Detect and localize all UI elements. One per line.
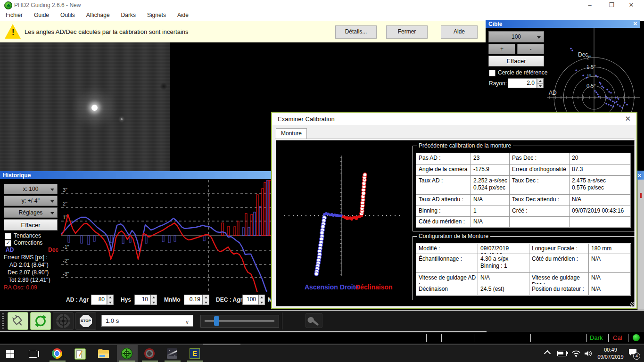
menu-item-guide[interactable]: Guide <box>28 10 55 18</box>
history-settings-dropdown[interactable]: Réglages <box>4 207 58 218</box>
windows-logo-icon <box>6 350 14 358</box>
camera-image <box>0 42 170 172</box>
toolbar-grip[interactable] <box>2 313 4 329</box>
menu-item-outils[interactable]: Outils <box>55 10 81 18</box>
resize-grip[interactable] <box>630 302 635 307</box>
loop-exposures-button[interactable] <box>30 312 51 330</box>
menu-item-darks[interactable]: Darks <box>116 10 141 18</box>
guide-star[interactable] <box>91 105 98 111</box>
rms-dec: Dec 2.07 (8.90'') <box>8 269 49 276</box>
history-pane-titlebar[interactable]: Historique <box>0 171 271 179</box>
ad-agr-input[interactable]: 80 <box>91 295 107 305</box>
rms-ad: AD 2.01 (8.64'') <box>9 262 49 268</box>
svg-text:1": 1" <box>586 74 591 79</box>
svg-text:1.5": 1.5" <box>586 64 595 70</box>
table-cell: N/A <box>471 217 510 228</box>
wrench-icon <box>306 313 322 328</box>
hys-label: Hys <box>121 296 131 303</box>
menu-item-aide[interactable]: Aide <box>172 10 194 18</box>
dec-agr-spinner[interactable] <box>258 295 265 305</box>
tab-monture[interactable]: Monture <box>276 128 307 139</box>
table-cell: -175.9 <box>471 165 510 176</box>
eqmod-icon: E <box>190 348 200 359</box>
target-pane-titlebar[interactable]: Cible <box>486 20 640 28</box>
chevron-down-icon: ∨ <box>185 319 189 325</box>
connect-equipment-button[interactable] <box>8 312 28 330</box>
calibration-plot <box>277 141 409 304</box>
camera-settings-button[interactable] <box>305 313 322 328</box>
explorer-folder-icon <box>98 349 109 358</box>
table-cell: N/A <box>570 195 631 206</box>
guide-button[interactable] <box>53 312 74 330</box>
taskbar-stellarium[interactable] <box>162 345 183 362</box>
hys-spinner[interactable] <box>150 295 157 305</box>
taskbar-notepad[interactable] <box>70 345 91 362</box>
dialog-close-icon[interactable]: ✕ <box>625 115 631 123</box>
taskbar-chrome[interactable] <box>47 345 68 362</box>
table-cell: Côté du méridien : <box>416 217 471 228</box>
main-toolbar: STOP 1.0 s∨ <box>0 310 644 332</box>
corrections-checkbox[interactable]: ✓ <box>5 240 11 247</box>
tray-chevron-icon[interactable] <box>545 351 550 362</box>
status-bar: Dark Cal <box>0 332 644 344</box>
history-yscale-dropdown[interactable]: y: +/-4'' <box>4 196 58 206</box>
table-cell: Taux Dec : <box>510 176 570 195</box>
speaker-icon[interactable] <box>584 350 593 362</box>
sharpcap-icon <box>144 348 155 359</box>
start-button[interactable] <box>0 345 21 362</box>
exposure-select[interactable]: 1.0 s∨ <box>101 315 193 327</box>
table-cell: N/A <box>589 254 631 273</box>
table-cell: Position du rotateur : <box>529 284 589 296</box>
taskbar-eqmod[interactable]: E <box>185 345 206 362</box>
restore-button[interactable]: ❐ <box>603 0 619 10</box>
menu-item-affichage[interactable]: Affichage <box>81 10 116 18</box>
target-pane-close-icon[interactable]: ✕ <box>633 21 637 27</box>
window-titlebar: PHD2 Guiding 2.6.6 - New – ❐ ✕ <box>0 0 644 10</box>
mnmo-spinner[interactable] <box>203 295 209 305</box>
menu-item-signets[interactable]: Signets <box>141 10 172 18</box>
history-clear-button[interactable]: Effacer <box>4 219 58 230</box>
task-view-button[interactable] <box>23 345 43 362</box>
hys-input[interactable]: 10 <box>134 295 150 305</box>
legend-ra: Ascension Droite <box>305 283 359 291</box>
calibration-review-dialog: Examiner Calibration ✕ Monture Ascension… <box>271 112 637 309</box>
dialog-titlebar[interactable]: Examiner Calibration ✕ <box>272 113 636 125</box>
ad-series-label[interactable]: AD <box>6 247 14 253</box>
taskbar-phd2[interactable] <box>117 345 138 362</box>
close-alert-button[interactable]: Fermer <box>386 25 428 39</box>
mnmo-label: MnMo <box>164 296 181 303</box>
stop-button[interactable]: STOP <box>75 312 96 330</box>
close-button[interactable]: ✕ <box>623 0 639 10</box>
table-cell: 4.30 a-s/px Binning : 1 <box>478 254 529 273</box>
slider-thumb[interactable] <box>214 316 219 326</box>
battery-icon[interactable] <box>557 351 567 362</box>
wifi-icon[interactable] <box>571 350 581 362</box>
help-button[interactable]: Aide <box>441 25 478 39</box>
gamma-slider[interactable] <box>200 315 279 328</box>
dialog-title: Examiner Calibration <box>278 115 335 123</box>
details-button[interactable]: Détails... <box>335 25 377 39</box>
dec-agr-input[interactable]: 100 <box>242 295 258 305</box>
taskbar-sharpcap[interactable] <box>140 345 160 362</box>
ad-agr-spinner[interactable] <box>107 295 114 305</box>
alert-text: Les angles AD/Dec calculés par la calibr… <box>25 28 189 35</box>
minimize-button[interactable]: – <box>582 0 598 10</box>
table-row: Taux AD attendu :N/ATaux Dec attendu :N/… <box>416 195 631 206</box>
table-cell <box>510 217 570 228</box>
connection-led <box>633 334 640 341</box>
trends-checkbox[interactable] <box>5 233 11 239</box>
taskbar-explorer[interactable] <box>93 345 114 362</box>
notification-center-icon[interactable]: 4 <box>629 349 636 362</box>
table-row: Pas AD :23Pas Dec :20 <box>416 153 631 165</box>
rms-tot: Tot 2.89 (12.41'') <box>8 277 50 283</box>
table-cell: Taux AD attendu : <box>416 195 471 206</box>
stellarium-icon <box>167 348 177 359</box>
taskbar-clock[interactable]: 00:49 09/07/2019 <box>595 346 626 361</box>
menu-item-fichier[interactable]: Fichier <box>0 10 28 18</box>
dec-series-label[interactable]: Dec <box>48 247 58 253</box>
clock-time: 00:49 <box>595 346 626 354</box>
hidden-pane-close-icon[interactable]: ✕ <box>637 173 641 178</box>
mnmo-input[interactable]: 0.19 <box>184 295 203 305</box>
history-xscale-dropdown[interactable]: x: 100 <box>4 184 58 194</box>
notification-badge: 4 <box>633 353 640 360</box>
